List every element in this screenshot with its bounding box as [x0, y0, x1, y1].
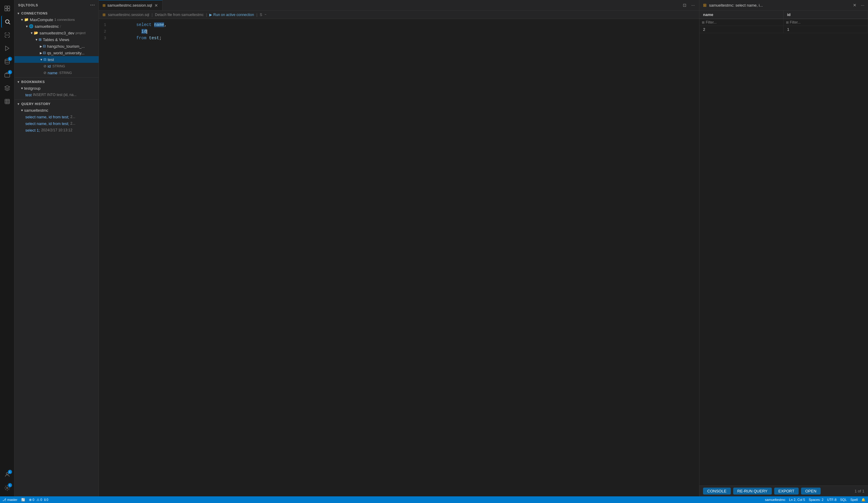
run-button[interactable]: ▶ Run on active connection — [209, 13, 254, 17]
errors-status[interactable]: ⊗ 0 ⚠ 0 ℹ 0 — [29, 498, 48, 502]
svg-line-5 — [9, 23, 10, 24]
encoding-status[interactable]: UTF-8 — [827, 498, 836, 502]
project-icon: 📂 — [34, 31, 38, 35]
test-chevron: ▼ — [40, 58, 43, 61]
sync-icon: 🔄 — [21, 498, 25, 502]
hangzhou-tourism-table[interactable]: ▶ ⊟ hangzhou_tourism_... — [14, 43, 99, 50]
grid-icon[interactable] — [1, 95, 13, 108]
bell-icon: 🔔 — [861, 498, 866, 502]
code-editor[interactable]: 1 select name, 2 id 3 from test; — [99, 19, 699, 496]
search-icon[interactable] — [1, 16, 13, 28]
tab-bar: ⊞ samueltestmc.session.sql ✕ ⊡ ··· — [99, 0, 699, 11]
testgroup-chevron: ▼ — [21, 87, 23, 90]
svg-rect-0 — [4, 6, 7, 8]
tab-close-btn[interactable]: ✕ — [154, 3, 159, 8]
info-icon: ℹ — [44, 498, 45, 502]
explorer-icon[interactable] — [1, 2, 13, 14]
testgroup-bookmark[interactable]: ▼ testgroup — [14, 85, 99, 91]
bookmarks-chevron: ▼ — [17, 80, 20, 84]
database-icon-2[interactable]: 1 — [1, 69, 13, 81]
status-bar: ⎇ master 🔄 ⊗ 0 ⚠ 0 ℹ 0 samueltestmc Ln 2… — [0, 496, 868, 503]
sep-2: | — [206, 13, 207, 17]
samueltestmc3-dev-project[interactable]: ▼ 📂 samueltestmc3_dev project — [14, 30, 99, 36]
query-history-section-header[interactable]: ▼ QUERY HISTORY — [14, 101, 99, 107]
sync-status[interactable]: 🔄 — [21, 498, 25, 502]
info-label: 0 — [46, 498, 48, 502]
svg-marker-7 — [6, 46, 9, 51]
qs-chevron: ▶ — [40, 51, 42, 55]
col-header-id: id — [783, 11, 868, 19]
tables-chevron: ▼ — [35, 38, 38, 41]
pagination-label: 1 of 1 — [855, 489, 864, 493]
superscript-label: ~ — [265, 13, 266, 16]
connections-chevron: ▼ — [17, 12, 20, 15]
gear-icon[interactable]: 1 — [1, 482, 13, 494]
activity-bar-bottom: 1 1 — [1, 469, 13, 496]
sidebar-more-btn[interactable]: ··· — [90, 2, 95, 8]
qs-world-university-table[interactable]: ▶ ⊟ qs_world_university... — [14, 50, 99, 56]
filter-icon-name: ⊞ — [702, 21, 704, 24]
errors-label: 0 — [33, 498, 34, 502]
svg-point-4 — [6, 20, 9, 23]
svg-point-14 — [6, 473, 8, 475]
bookmarks-section-header[interactable]: ▼ BOOKMARKS — [14, 79, 99, 85]
filter-cell-name[interactable]: ⊞ Filter... — [700, 19, 783, 26]
tables-and-views-group[interactable]: ▼ ⊞ Tables & Views — [14, 36, 99, 43]
spaces-status[interactable]: Spaces: 2 — [809, 498, 823, 502]
activity-bar: 1 1 — [0, 0, 14, 496]
test-table[interactable]: ▼ ⊟ test + 🔍 — [14, 56, 99, 63]
search-table-btn[interactable]: 🔍 — [91, 57, 96, 62]
sidebar-title: SQLTOOLS ··· — [14, 0, 99, 10]
lang-label: SQL — [840, 498, 847, 502]
query-history-connection[interactable]: ▼ samueltestmc — [14, 107, 99, 113]
sep-3: | — [256, 13, 257, 17]
maxcompute-provider[interactable]: ▼ 📁 MaxCompute 1 connections — [14, 16, 99, 23]
results-more-btn[interactable]: ··· — [861, 3, 864, 8]
branch-icon: ⎇ — [2, 498, 6, 502]
export-button[interactable]: EXPORT — [774, 487, 799, 494]
notifications-status[interactable]: 🔔 — [861, 498, 866, 502]
database-icon-1[interactable]: 1 — [1, 56, 13, 68]
samueltestmc-connection[interactable]: ▼ 🌐 samueltestmc / — [14, 23, 99, 30]
bookmark-name: test — [25, 93, 32, 97]
query-history-item-2[interactable]: select name, id from test; 2... — [14, 120, 99, 127]
kw-from: from — [136, 36, 149, 40]
connection-status[interactable]: samueltestmc — [765, 498, 785, 502]
qh-chevron: ▼ — [21, 109, 23, 112]
editor-tab[interactable]: ⊞ samueltestmc.session.sql ✕ — [99, 0, 163, 11]
query-history-item-3[interactable]: select 1; 2024/2/17 10:13:12 — [14, 127, 99, 133]
results-table-container[interactable]: name id ⊞ Filter... ⊞ — [700, 11, 868, 485]
split-editor-btn[interactable]: ⊡ — [681, 1, 688, 9]
ln-col-status[interactable]: Ln 2, Col 5 — [789, 498, 805, 502]
person-icon[interactable]: 1 — [1, 469, 13, 481]
branch-status[interactable]: ⎇ master — [2, 498, 18, 502]
more-actions-btn[interactable]: ··· — [690, 1, 697, 9]
extensions-icon[interactable] — [1, 82, 13, 94]
console-button[interactable]: CONSOLE — [703, 487, 731, 494]
lang-status[interactable]: SQL — [840, 498, 847, 502]
connections-section-header[interactable]: ▼ CONNECTIONS — [14, 10, 99, 16]
run-icon[interactable] — [1, 42, 13, 54]
query-history-item-1[interactable]: select name, id from test; 2... — [14, 113, 99, 120]
status-bar-right: samueltestmc Ln 2, Col 5 Spaces: 2 UTF-8… — [765, 498, 866, 502]
filter-text-name: Filter... — [706, 20, 716, 24]
detach-label[interactable]: Detach file from samueltestmc — [155, 13, 204, 17]
rerun-query-button[interactable]: RE-RUN QUERY — [733, 487, 772, 494]
bookmark-item[interactable]: test INSERT INTO test (id, na... — [14, 91, 99, 98]
sidebar: SQLTOOLS ··· ▼ CONNECTIONS ▼ 📁 MaxComput… — [14, 0, 99, 496]
results-close-btn[interactable]: ✕ — [853, 3, 857, 8]
connections-icon[interactable] — [1, 29, 13, 41]
filter-icon-id: ⊞ — [786, 21, 789, 24]
spell-label: Spell — [850, 498, 858, 502]
hangzhou-chevron: ▶ — [40, 45, 42, 48]
add-column-btn[interactable]: + — [86, 57, 91, 62]
spell-status[interactable]: Spell — [850, 498, 858, 502]
spaces-label: Spaces: 2 — [809, 498, 823, 502]
line-number-3: 3 — [99, 36, 111, 40]
line-number-1: 1 — [99, 23, 111, 27]
table-icon-test: ⊟ — [43, 57, 46, 62]
filter-cell-id[interactable]: ⊞ Filter... — [783, 19, 868, 26]
results-footer: CONSOLE RE-RUN QUERY EXPORT OPEN 1 of 1 — [700, 485, 868, 496]
open-button[interactable]: OPEN — [801, 487, 821, 494]
column-icon-name: ⊘ — [43, 71, 46, 75]
